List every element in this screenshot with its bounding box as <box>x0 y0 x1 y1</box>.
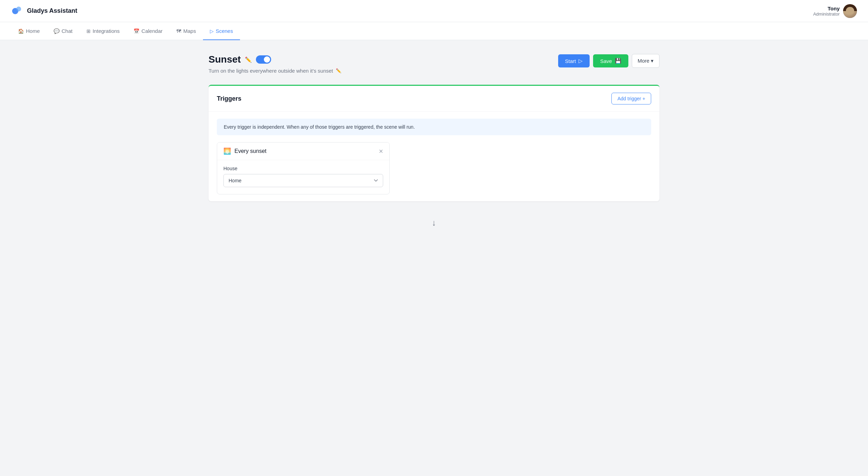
start-label: Start <box>565 58 576 64</box>
maps-icon: 🗺 <box>176 28 181 34</box>
nav-scenes[interactable]: ▷ Scenes <box>203 22 240 40</box>
triggers-card-header: Triggers Add trigger + <box>209 86 659 112</box>
down-arrow-icon: ↓ <box>432 218 436 228</box>
start-play-icon: ▷ <box>579 58 583 64</box>
calendar-icon: 📅 <box>133 28 139 34</box>
scene-title: Sunset <box>209 54 241 65</box>
app-header: Gladys Assistant Tony Administrator <box>0 0 868 22</box>
nav-maps-label: Maps <box>183 28 196 34</box>
save-disk-icon: 💾 <box>615 58 621 64</box>
start-button[interactable]: Start ▷ <box>558 54 590 67</box>
logo: Gladys Assistant <box>11 5 77 17</box>
main-content: Sunset ✏️ Turn on the lights everywhere … <box>192 40 676 250</box>
triggers-title: Triggers <box>217 95 241 102</box>
scene-description-text: Turn on the lights everywhere outside wh… <box>209 68 333 74</box>
scenes-icon: ▷ <box>210 28 214 34</box>
nav-scenes-label: Scenes <box>216 28 233 34</box>
more-label: More ▾ <box>638 58 654 64</box>
integrations-icon: ⊞ <box>86 28 91 34</box>
user-profile: Tony Administrator <box>813 4 857 18</box>
user-role: Administrator <box>813 11 840 17</box>
trigger-item-header: 🌅 Every sunset ✕ <box>217 143 389 160</box>
down-arrow-section: ↓ <box>209 210 659 236</box>
scene-header: Sunset ✏️ Turn on the lights everywhere … <box>209 54 659 74</box>
triggers-card: Triggers Add trigger + Every trigger is … <box>209 85 659 201</box>
add-trigger-button[interactable]: Add trigger + <box>611 93 651 104</box>
sunset-trigger-icon: 🌅 <box>223 147 231 155</box>
nav-maps[interactable]: 🗺 Maps <box>169 22 203 40</box>
scene-title-edit-icon[interactable]: ✏️ <box>245 56 252 63</box>
nav-integrations[interactable]: ⊞ Integrations <box>80 22 127 40</box>
trigger-item: 🌅 Every sunset ✕ House Home <box>217 142 390 194</box>
triggers-card-body: Every trigger is independent. When any o… <box>209 112 659 201</box>
chat-icon: 💬 <box>54 28 59 34</box>
house-select[interactable]: Home <box>223 174 383 187</box>
scene-description-edit-icon[interactable]: ✏️ <box>336 68 341 73</box>
nav-calendar[interactable]: 📅 Calendar <box>127 22 169 40</box>
triggers-info-box: Every trigger is independent. When any o… <box>217 119 651 135</box>
trigger-close-button[interactable]: ✕ <box>379 148 383 155</box>
trigger-item-name: Every sunset <box>234 148 266 154</box>
house-field-label: House <box>223 166 383 171</box>
scene-actions: Start ▷ Save 💾 More ▾ <box>558 54 659 68</box>
nav-home[interactable]: 🏠 Home <box>11 22 47 40</box>
nav-calendar-label: Calendar <box>141 28 163 34</box>
triggers-info-text: Every trigger is independent. When any o… <box>224 124 415 130</box>
user-name: Tony <box>813 6 840 11</box>
trigger-item-body: House Home <box>217 160 389 194</box>
nav-home-label: Home <box>26 28 40 34</box>
app-name: Gladys Assistant <box>27 7 77 15</box>
nav-integrations-label: Integrations <box>93 28 120 34</box>
add-trigger-label: Add trigger + <box>617 96 645 101</box>
logo-icon <box>11 5 24 17</box>
nav-chat-label: Chat <box>62 28 73 34</box>
scene-title-area: Sunset ✏️ Turn on the lights everywhere … <box>209 54 341 74</box>
main-nav: 🏠 Home 💬 Chat ⊞ Integrations 📅 Calendar … <box>0 22 868 40</box>
home-icon: 🏠 <box>18 28 24 34</box>
more-button[interactable]: More ▾ <box>632 54 659 68</box>
save-label: Save <box>600 58 612 64</box>
svg-point-2 <box>16 7 21 11</box>
save-button[interactable]: Save 💾 <box>593 54 628 67</box>
avatar[interactable] <box>843 4 857 18</box>
scene-toggle[interactable] <box>256 55 271 64</box>
nav-chat[interactable]: 💬 Chat <box>47 22 80 40</box>
